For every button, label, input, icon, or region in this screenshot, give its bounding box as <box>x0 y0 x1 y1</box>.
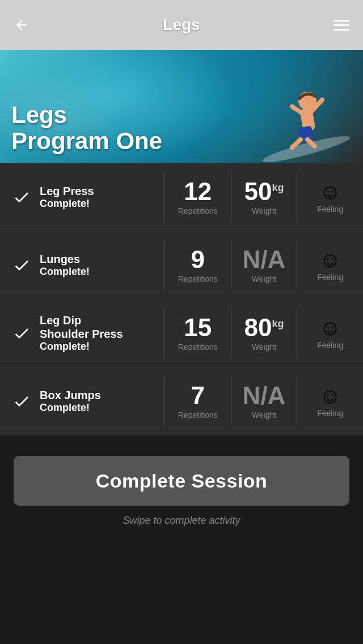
exercise-title: Box Jumps <box>40 388 101 402</box>
weight-label: Weight <box>252 410 276 420</box>
feeling-stat: ☺ Feeling <box>297 172 363 222</box>
exercise-row: Box Jumps Complete! 7 Repetitions N/A We… <box>0 367 363 435</box>
exercise-name: Leg Press Complete! <box>40 184 94 210</box>
surfer-illustration <box>238 56 352 163</box>
weight-stat: N/A Weight <box>231 376 297 426</box>
bottom-area: Complete Session Swipe to complete activ… <box>0 435 363 538</box>
reps-stat: 15 Repetitions <box>164 308 231 358</box>
exercise-row: Leg Press Complete! 12 Repetitions 50kg … <box>0 163 363 231</box>
menu-button[interactable] <box>329 12 354 37</box>
feeling-stat: ☺ Feeling <box>297 376 363 426</box>
weight-label: Weight <box>252 342 276 351</box>
reps-label: Repetitions <box>178 274 218 283</box>
weight-value: N/A <box>243 383 286 408</box>
complete-session-button[interactable]: Complete Session <box>14 456 349 506</box>
check-icon <box>11 187 32 207</box>
weight-value: 80kg <box>244 315 284 340</box>
reps-value: 12 <box>184 179 212 204</box>
menu-line <box>334 20 349 22</box>
check-icon <box>11 391 32 412</box>
weight-stat: N/A Weight <box>231 240 297 290</box>
feeling-stat: ☺ Feeling <box>297 308 363 358</box>
exercise-stats: 9 Repetitions N/A Weight ☺ Feeling <box>164 240 363 290</box>
weight-stat: 80kg Weight <box>231 308 297 358</box>
weight-label: Weight <box>252 274 276 283</box>
exercise-left-leg-press: Leg Press Complete! <box>0 175 164 219</box>
exercise-complete: Complete! <box>40 341 123 353</box>
feeling-label: Feeling <box>317 205 343 214</box>
reps-value: 7 <box>191 383 205 408</box>
header: Legs <box>0 0 363 50</box>
exercise-list: Leg Press Complete! 12 Repetitions 50kg … <box>0 163 363 435</box>
menu-line <box>334 29 349 31</box>
reps-label: Repetitions <box>178 410 218 420</box>
hero-line2: Program One <box>11 128 162 154</box>
reps-value: 15 <box>184 315 212 340</box>
exercise-title: Lunges <box>40 252 90 266</box>
exercise-row: Lunges Complete! 9 Repetitions N/A Weigh… <box>0 231 363 299</box>
exercise-complete: Complete! <box>40 402 101 414</box>
weight-value: N/A <box>243 247 286 272</box>
feeling-stat: ☺ Feeling <box>297 240 363 290</box>
feeling-label: Feeling <box>317 341 343 350</box>
exercise-left-box-jumps: Box Jumps Complete! <box>0 379 164 423</box>
menu-line <box>334 24 349 26</box>
feeling-icon: ☺ <box>319 181 341 202</box>
exercise-title: Leg Press <box>40 184 94 198</box>
feeling-label: Feeling <box>317 273 343 282</box>
check-icon <box>11 255 32 276</box>
check-icon <box>11 323 32 344</box>
reps-stat: 7 Repetitions <box>164 376 231 426</box>
exercise-left-leg-dip: Leg Dip Shoulder Press Complete! <box>0 304 164 362</box>
exercise-title-line1: Leg Dip <box>40 313 123 327</box>
exercise-complete: Complete! <box>40 198 94 210</box>
hero-text: Legs Program One <box>11 102 162 154</box>
exercise-name: Box Jumps Complete! <box>40 388 101 414</box>
hero-line1: Legs <box>11 102 162 128</box>
exercise-stats: 12 Repetitions 50kg Weight ☺ Feeling <box>164 172 363 222</box>
exercise-name: Leg Dip Shoulder Press Complete! <box>40 313 123 353</box>
swipe-hint: Swipe to complete activity <box>123 515 240 527</box>
exercise-stats: 15 Repetitions 80kg Weight ☺ Feeling <box>164 308 363 358</box>
feeling-icon: ☺ <box>319 249 341 270</box>
feeling-icon: ☺ <box>319 317 341 338</box>
exercise-complete: Complete! <box>40 266 90 278</box>
complete-session-label: Complete Session <box>96 470 268 492</box>
reps-stat: 12 Repetitions <box>164 172 231 222</box>
weight-value: 50kg <box>244 179 284 204</box>
exercise-left-lunges: Lunges Complete! <box>0 243 164 287</box>
exercise-name: Lunges Complete! <box>40 252 90 278</box>
weight-label: Weight <box>252 206 276 215</box>
feeling-label: Feeling <box>317 409 343 418</box>
exercise-stats: 7 Repetitions N/A Weight ☺ Feeling <box>164 376 363 426</box>
exercise-title-line2: Shoulder Press <box>40 327 123 341</box>
reps-stat: 9 Repetitions <box>164 240 231 290</box>
feeling-icon: ☺ <box>319 385 341 406</box>
page-title: Legs <box>163 16 200 34</box>
reps-label: Repetitions <box>178 342 218 351</box>
hero-banner: Legs Program One <box>0 50 363 163</box>
weight-stat: 50kg Weight <box>231 172 297 222</box>
back-button[interactable] <box>9 12 34 37</box>
reps-value: 9 <box>191 247 205 272</box>
reps-label: Repetitions <box>178 206 218 215</box>
exercise-row: Leg Dip Shoulder Press Complete! 15 Repe… <box>0 299 363 367</box>
